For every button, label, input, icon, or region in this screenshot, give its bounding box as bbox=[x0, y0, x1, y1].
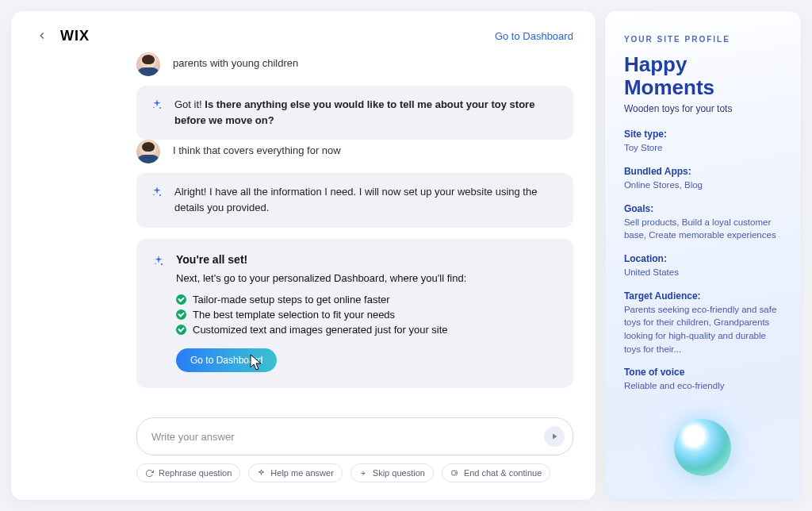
skip-button[interactable]: Skip question bbox=[350, 463, 434, 482]
cta-label: Go to Dashboard bbox=[190, 355, 262, 366]
check-icon bbox=[176, 309, 186, 320]
final-card: You're all set! Next, let's go to your p… bbox=[136, 239, 573, 388]
field-label: Bundled Apps: bbox=[624, 166, 782, 177]
profile-overline: YOUR SITE PROFILE bbox=[624, 35, 782, 44]
pill-label: Rephrase question bbox=[159, 468, 232, 478]
site-title: Happy Moments bbox=[624, 53, 782, 98]
svg-point-4 bbox=[161, 263, 163, 264]
field-label: Site type: bbox=[624, 129, 782, 140]
profile-field: Target Audience: Parents seeking eco-fri… bbox=[624, 290, 782, 356]
chat-user-row: parents with young children bbox=[136, 52, 573, 76]
wix-logo: WIX bbox=[60, 28, 90, 44]
back-button[interactable] bbox=[33, 27, 51, 44]
send-button[interactable] bbox=[544, 426, 565, 447]
help-answer-button[interactable]: Help me answer bbox=[248, 463, 342, 482]
chat-user-row: I think that covers everything for now bbox=[136, 140, 573, 163]
pill-label: Skip question bbox=[373, 468, 425, 478]
ai-message-bubble: Got it! Is there anything else you would… bbox=[136, 86, 573, 140]
svg-point-1 bbox=[153, 107, 154, 108]
field-label: Location: bbox=[624, 253, 782, 264]
field-value: United States bbox=[624, 266, 782, 279]
sparkle-icon bbox=[152, 255, 165, 267]
answer-input[interactable] bbox=[151, 431, 544, 443]
chat-panel: WIX Go to Dashboard parents with young c… bbox=[11, 11, 596, 500]
svg-point-0 bbox=[159, 107, 161, 109]
checklist-text: Tailor-made setup steps to get online fa… bbox=[193, 294, 390, 305]
ai-message-text: Alright! I have all the information I ne… bbox=[174, 184, 559, 216]
field-value: Reliable and eco-friendly bbox=[624, 379, 782, 393]
field-label: Tone of voice bbox=[624, 367, 782, 378]
checklist-item: Customized text and images generated jus… bbox=[176, 322, 557, 337]
rephrase-button[interactable]: Rephrase question bbox=[136, 463, 240, 482]
composer bbox=[136, 417, 573, 455]
chat-thread: parents with young children Got it! Is t… bbox=[33, 52, 573, 411]
user-message: I think that covers everything for now bbox=[173, 140, 341, 163]
avatar bbox=[136, 140, 160, 163]
go-to-dashboard-button[interactable]: Go to Dashboard bbox=[176, 348, 277, 372]
checklist-text: The best template selection to fit your … bbox=[193, 309, 395, 321]
profile-field: Tone of voice Reliable and eco-friendly bbox=[624, 367, 782, 393]
check-icon bbox=[176, 325, 186, 335]
ai-message-bubble: Alright! I have all the information I ne… bbox=[136, 173, 573, 227]
final-heading: You're all set! bbox=[176, 253, 557, 266]
user-message: parents with young children bbox=[173, 52, 298, 76]
final-subtext: Next, let's go to your personalized Dash… bbox=[176, 272, 557, 284]
field-label: Goals: bbox=[624, 203, 782, 214]
field-value: Toy Store bbox=[624, 141, 782, 155]
avatar bbox=[136, 52, 160, 76]
ai-orb-icon bbox=[674, 419, 731, 476]
topbar: WIX Go to Dashboard bbox=[33, 25, 573, 52]
go-to-dashboard-link[interactable]: Go to Dashboard bbox=[495, 30, 573, 42]
site-tagline: Wooden toys for your tots bbox=[624, 103, 782, 114]
final-checklist: Tailor-made setup steps to get online fa… bbox=[176, 292, 557, 337]
site-profile-panel: YOUR SITE PROFILE Happy Moments Wooden t… bbox=[605, 11, 801, 500]
profile-field: Goals: Sell products, Build a loyal cust… bbox=[624, 203, 782, 242]
profile-field: Location: United States bbox=[624, 253, 782, 279]
field-value: Sell products, Build a loyal customer ba… bbox=[624, 216, 782, 242]
field-label: Target Audience: bbox=[624, 290, 782, 302]
ai-message-bold: Is there anything else you would like to… bbox=[174, 98, 534, 126]
helper-row: Rephrase question Help me answer Skip qu… bbox=[136, 463, 573, 482]
pill-label: End chat & continue bbox=[464, 468, 542, 478]
field-value: Parents seeking eco-friendly and safe to… bbox=[624, 303, 782, 356]
svg-point-5 bbox=[155, 263, 155, 263]
field-value: Online Stores, Blog bbox=[624, 179, 782, 192]
sparkle-icon bbox=[151, 98, 163, 111]
svg-point-3 bbox=[153, 194, 154, 195]
checklist-text: Customized text and images generated jus… bbox=[193, 324, 448, 336]
ai-message-lead: Got it! bbox=[174, 98, 205, 110]
pill-label: Help me answer bbox=[270, 468, 333, 478]
sparkle-icon bbox=[151, 186, 163, 198]
orb-wrap bbox=[624, 419, 782, 481]
profile-field: Site type: Toy Store bbox=[624, 129, 782, 155]
profile-field: Bundled Apps: Online Stores, Blog bbox=[624, 166, 782, 192]
checklist-item: Tailor-made setup steps to get online fa… bbox=[176, 292, 557, 307]
svg-point-2 bbox=[159, 194, 161, 196]
checklist-item: The best template selection to fit your … bbox=[176, 307, 557, 322]
check-icon bbox=[176, 294, 186, 305]
end-chat-button[interactable]: End chat & continue bbox=[442, 463, 550, 482]
